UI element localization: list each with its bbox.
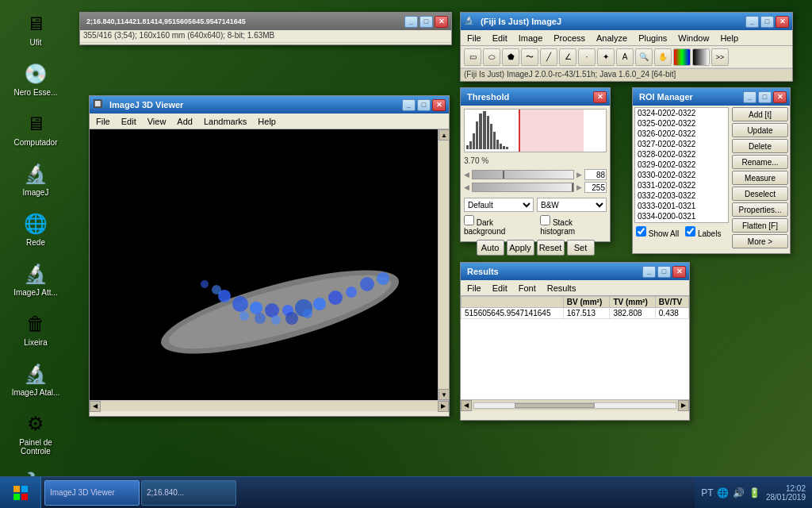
dark-bg-checkbox-label[interactable]: Dark background [464, 215, 534, 236]
results-menu-file[interactable]: File [462, 282, 486, 294]
roi-update-btn[interactable]: Update [732, 123, 788, 137]
fiji-minimize-btn[interactable]: _ [745, 16, 759, 28]
roi-item-5[interactable]: 0329-0202-0322 [635, 160, 728, 170]
toolbar-more-btn[interactable]: >> [711, 48, 729, 66]
show-all-checkbox[interactable] [636, 226, 646, 237]
toolbar-rect-btn[interactable]: ▭ [464, 48, 481, 66]
viewer-menu-view[interactable]: View [143, 115, 171, 128]
threshold-method-select[interactable]: Default Huang Otsu [464, 198, 534, 212]
viewer-scrollbar-v[interactable]: ▲ ▼ [438, 129, 449, 400]
fiji-menu-help[interactable]: Help [715, 32, 743, 44]
fiji-menu-image[interactable]: Image [514, 32, 548, 44]
fiji-menu-file[interactable]: File [462, 32, 486, 44]
roi-close-btn[interactable]: ✕ [773, 91, 787, 103]
roi-list[interactable]: 0324-0202-0322 0325-0202-0322 0326-0202-… [634, 107, 729, 223]
viewer-canvas[interactable] [90, 129, 438, 400]
threshold-titlebar[interactable]: Threshold ✕ [461, 88, 610, 106]
roi-item-0[interactable]: 0324-0202-0322 [635, 108, 728, 118]
viewer-maximize-btn[interactable]: □ [417, 99, 431, 111]
results-menu-edit[interactable]: Edit [488, 282, 512, 294]
taskbar-item-3dviewer[interactable]: ImageJ 3D Viewer [44, 480, 140, 506]
desktop-icon-computer[interactable]: 🖥 Computador [8, 108, 63, 150]
results-scrollbar-h[interactable]: ◀ ▶ [461, 399, 689, 410]
results-body[interactable]: BV (mm²) TV (mm²) BV/TV 515605645.954714… [461, 296, 689, 399]
desktop-icon-uefi[interactable]: 🖥 Ufit [8, 8, 63, 50]
roi-item-7[interactable]: 0331-0202-0322 [635, 180, 728, 190]
roi-properties-btn[interactable]: Properties... [732, 202, 788, 217]
results-scrollbar-thumb[interactable] [515, 403, 596, 408]
upper-threshold-slider[interactable] [472, 183, 574, 192]
roi-item-11[interactable]: 0335-0199-0320 [635, 221, 728, 223]
results-scroll-right-btn[interactable]: ▶ [678, 400, 689, 411]
fiji-menu-analyze[interactable]: Analyze [592, 32, 632, 44]
toolbar-wand-btn[interactable]: ✦ [597, 48, 615, 66]
roi-measure-btn[interactable]: Measure [732, 171, 788, 185]
roi-more-btn[interactable]: More > [732, 234, 788, 248]
roi-item-6[interactable]: 0330-0202-0322 [635, 170, 728, 180]
results-scrollbar-track[interactable] [473, 402, 676, 409]
toolbar-bw-btn[interactable] [692, 48, 710, 66]
desktop-icon-painel[interactable]: ⚙ Painel de Controle [8, 408, 63, 459]
toolbar-oval-btn[interactable]: ⬭ [483, 48, 500, 66]
start-button[interactable] [0, 477, 41, 509]
scroll-left-btn[interactable]: ◀ [90, 401, 101, 412]
fiji-menu-process[interactable]: Process [549, 32, 590, 44]
results-scroll-left-btn[interactable]: ◀ [461, 400, 472, 411]
threshold-close-btn[interactable]: ✕ [593, 91, 607, 103]
roi-rename-btn[interactable]: Rename... [732, 155, 788, 169]
fiji-menu-window[interactable]: Window [673, 32, 714, 44]
threshold-auto-btn[interactable]: Auto [477, 240, 504, 256]
toolbar-point-btn[interactable]: · [578, 48, 596, 66]
viewer-minimize-btn[interactable]: _ [402, 99, 416, 111]
desktop-icon-imagej2[interactable]: 🔬 ImageJ Att... [8, 258, 63, 300]
viewer-menu-file[interactable]: File [91, 115, 115, 128]
toolbar-line-btn[interactable]: ╱ [540, 48, 557, 66]
roi-item-1[interactable]: 0325-0202-0322 [635, 118, 728, 129]
threshold-reset-btn[interactable]: Reset [537, 240, 565, 256]
desktop-icon-lixeira[interactable]: 🗑 Lixeira [8, 308, 63, 350]
desktop-icon-imagej3[interactable]: 🔬 ImageJ Atal... [8, 358, 63, 400]
roi-item-8[interactable]: 0332-0203-0322 [635, 190, 728, 201]
threshold-color-select[interactable]: B&W Red Over/Under [537, 198, 607, 212]
viewer-scrollbar-h[interactable]: ◀ ▶ [90, 400, 449, 411]
roi-delete-btn[interactable]: Delete [732, 139, 788, 153]
show-all-label[interactable]: Show All [636, 226, 679, 238]
toolbar-hand-btn[interactable]: ✋ [654, 48, 672, 66]
fiji-close-btn[interactable]: ✕ [776, 16, 789, 28]
lower-threshold-slider[interactable] [472, 170, 574, 179]
fiji-maximize-btn[interactable]: □ [760, 16, 774, 28]
roi-maximize-btn[interactable]: □ [758, 91, 772, 103]
roi-titlebar[interactable]: ROI Manager _ □ ✕ [633, 88, 790, 106]
roi-item-4[interactable]: 0328-0202-0322 [635, 149, 728, 160]
roi-item-3[interactable]: 0327-0202-0322 [635, 139, 728, 149]
viewer-close-btn[interactable]: ✕ [432, 99, 446, 111]
threshold-set-btn[interactable]: Set [567, 240, 595, 256]
results-menu-results[interactable]: Results [542, 282, 581, 294]
desktop-icon-imagej[interactable]: 🔬 ImageJ [8, 158, 63, 200]
results-menu-font[interactable]: Font [514, 282, 541, 294]
stack-hist-checkbox-label[interactable]: Stack histogram [540, 215, 607, 236]
viewer-menu-add[interactable]: Add [172, 115, 197, 128]
labels-checkbox[interactable] [685, 226, 695, 237]
roi-add-btn[interactable]: Add [t] [732, 107, 788, 121]
viewer-menu-edit[interactable]: Edit [117, 115, 141, 128]
toolbar-free-btn[interactable]: 〜 [521, 48, 538, 66]
desktop-icon-rede[interactable]: 🌐 Rede [8, 208, 63, 250]
toolbar-color-btn[interactable] [673, 48, 691, 66]
results-minimize-btn[interactable]: _ [642, 266, 656, 278]
fiji-menu-edit[interactable]: Edit [488, 32, 512, 44]
scroll-right-btn[interactable]: ▶ [438, 401, 449, 412]
scroll-up-btn[interactable]: ▲ [439, 129, 450, 140]
taskbar-item-imagej[interactable]: 2;16.840... [141, 480, 236, 506]
roi-item-10[interactable]: 0334-0200-0321 [635, 211, 728, 221]
dark-bg-checkbox[interactable] [464, 215, 474, 225]
roi-item-2[interactable]: 0326-0202-0322 [635, 129, 728, 139]
roi-deselect-btn[interactable]: Deselect [732, 187, 788, 201]
results-titlebar[interactable]: Results _ □ ✕ [461, 263, 689, 280]
image-titlebar[interactable]: 2;16.840,114421.81414,9515605645.9547141… [80, 13, 451, 30]
toolbar-text-btn[interactable]: A [616, 48, 634, 66]
toolbar-angle-btn[interactable]: ∠ [559, 48, 576, 66]
viewer-menu-landmarks[interactable]: Landmarks [199, 115, 251, 128]
roi-item-9[interactable]: 0333-0201-0321 [635, 201, 728, 211]
threshold-apply-btn[interactable]: Apply [507, 240, 534, 256]
